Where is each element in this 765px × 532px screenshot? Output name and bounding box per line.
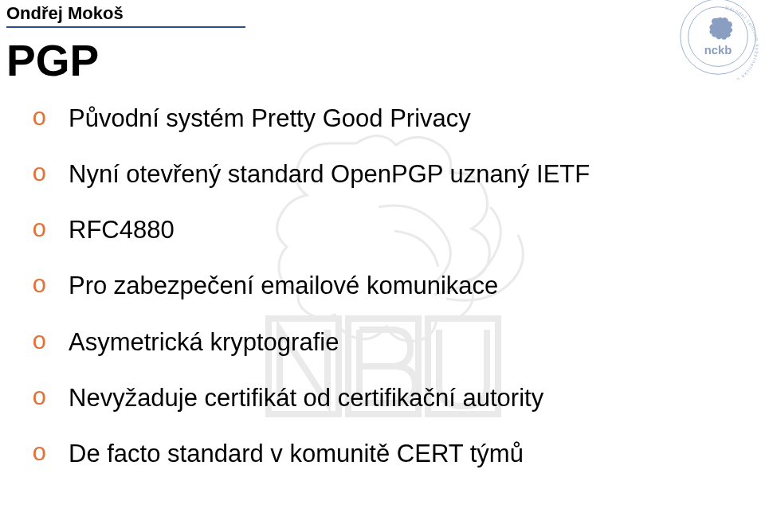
bullet-text: Asymetrická kryptografie <box>69 328 339 356</box>
bullet-list: oPůvodní systém Pretty Good Privacy oNyn… <box>32 104 717 469</box>
bullet-item: oPůvodní systém Pretty Good Privacy <box>32 104 717 134</box>
page-title: PGP <box>6 35 99 86</box>
bullet-text: Pro zabezpečení emailové komunikace <box>69 272 498 299</box>
bullet-text: RFC4880 <box>69 216 175 244</box>
content: oPůvodní systém Pretty Good Privacy oNyn… <box>32 104 717 495</box>
bullet-marker: o <box>32 383 47 413</box>
bullet-item: oAsymetrická kryptografie <box>32 327 717 358</box>
bullet-item: oNevyžaduje certifikát od certifikační a… <box>32 383 717 413</box>
author-name: Ondřej Mokoš <box>6 3 245 23</box>
bullet-text: Nevyžaduje certifikát od certifikační au… <box>69 384 543 412</box>
bullet-item: oDe facto standard v komunitě CERT týmů <box>32 439 717 469</box>
bullet-item: oPro zabezpečení emailové komunikace <box>32 271 717 301</box>
bullet-text: De facto standard v komunitě CERT týmů <box>69 440 524 467</box>
slide: Ondřej Mokoš PGP oPůvodní systém Pretty … <box>0 0 765 532</box>
bullet-item: oRFC4880 <box>32 215 717 245</box>
bullet-text: Nyní otevřený standard OpenPGP uznaný IE… <box>69 160 590 188</box>
bullet-marker: o <box>32 215 47 245</box>
badge-ring-text: Národní centrum kybernetické bezpečnosti <box>704 5 760 80</box>
bullet-item: oNyní otevřený standard OpenPGP uznaný I… <box>32 159 717 190</box>
author-block: Ondřej Mokoš <box>6 3 245 28</box>
svg-text:Národní centrum kybernetické b: Národní centrum kybernetické bezpečnosti <box>704 5 760 80</box>
bullet-marker: o <box>32 159 47 190</box>
badge-acronym: nckb <box>704 44 732 57</box>
bullet-marker: o <box>32 439 47 469</box>
nckb-badge: Národní centrum kybernetické bezpečnosti… <box>671 0 765 80</box>
bullet-text: Původní systém Pretty Good Privacy <box>69 104 471 132</box>
bullet-marker: o <box>32 327 47 358</box>
bullet-marker: o <box>32 104 47 134</box>
bullet-marker: o <box>32 271 47 301</box>
